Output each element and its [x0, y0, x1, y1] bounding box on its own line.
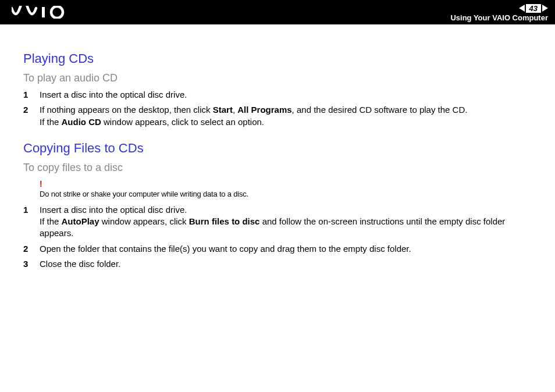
- bold-text: AutoPlay: [62, 216, 99, 226]
- steps-playing-cds: Insert a disc into the optical disc driv…: [23, 89, 538, 128]
- header-right: 43 Using Your VAIO Computer: [450, 3, 548, 22]
- text-run: If nothing appears on the desktop, then …: [40, 105, 213, 115]
- text-run: Insert a disc into the optical disc driv…: [40, 90, 187, 99]
- step-item: Close the disc folder.: [23, 258, 538, 270]
- bold-text: Audio CD: [62, 117, 101, 127]
- page-content: Playing CDs To play an audio CD Insert a…: [0, 24, 555, 294]
- prev-page-arrow[interactable]: [519, 5, 525, 12]
- step-line: Open the folder that contains the file(s…: [40, 243, 538, 255]
- text-run: window appears, click to select an optio…: [101, 117, 264, 127]
- bold-text: Start: [213, 105, 233, 115]
- vaio-logo: [12, 0, 70, 24]
- caution-text: Do not strike or shake your computer whi…: [40, 190, 248, 198]
- step-item: Insert a disc into the optical disc driv…: [23, 89, 538, 101]
- step-line: If the Audio CD window appears, click to…: [40, 116, 538, 128]
- page-nav: 43: [519, 4, 548, 13]
- header-section-label: Using Your VAIO Computer: [450, 13, 548, 22]
- steps-copying-files: Insert a disc into the optical disc driv…: [23, 204, 538, 270]
- step-line: If nothing appears on the desktop, then …: [40, 104, 538, 116]
- bold-text: All Programs: [237, 105, 291, 115]
- section-title-playing-cds: Playing CDs: [23, 51, 538, 66]
- bold-text: Burn files to disc: [189, 216, 260, 226]
- caution-note: ! Do not strike or shake your computer w…: [40, 179, 538, 199]
- section-title-copying-files: Copying Files to CDs: [23, 141, 538, 156]
- step-line: Close the disc folder.: [40, 258, 538, 270]
- text-run: , and the desired CD software to play th…: [292, 105, 468, 115]
- vaio-logo-svg: [12, 6, 70, 19]
- text-run: If the: [40, 117, 62, 127]
- subtitle-play-audio-cd: To play an audio CD: [23, 72, 538, 84]
- subtitle-copy-files: To copy files to a disc: [23, 162, 538, 174]
- step-line: If the AutoPlay window appears, click Bu…: [40, 216, 538, 240]
- text-run: Open the folder that contains the file(s…: [40, 244, 411, 254]
- svg-rect-0: [42, 7, 45, 17]
- step-line: Insert a disc into the optical disc driv…: [40, 89, 538, 101]
- text-run: Insert a disc into the optical disc driv…: [40, 205, 187, 215]
- text-run: ,: [233, 105, 237, 115]
- step-item: If nothing appears on the desktop, then …: [23, 104, 538, 128]
- text-run: window appears, click: [99, 216, 189, 226]
- page-number: 43: [526, 4, 541, 13]
- svg-point-1: [51, 6, 63, 18]
- text-run: Close the disc folder.: [40, 259, 120, 269]
- text-run: If the: [40, 216, 62, 226]
- step-item: Insert a disc into the optical disc driv…: [23, 204, 538, 240]
- step-item: Open the folder that contains the file(s…: [23, 243, 538, 255]
- caution-icon: !: [40, 179, 538, 189]
- header-bar: 43 Using Your VAIO Computer: [0, 0, 555, 24]
- step-line: Insert a disc into the optical disc driv…: [40, 204, 538, 216]
- next-page-arrow[interactable]: [542, 5, 548, 12]
